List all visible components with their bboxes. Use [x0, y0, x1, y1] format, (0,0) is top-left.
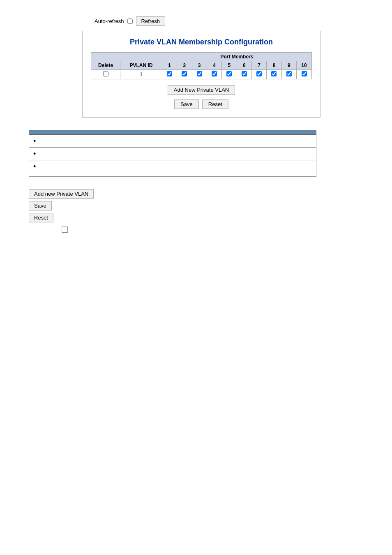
col-port-9: 9 [281, 61, 296, 70]
auto-refresh-checkbox[interactable] [127, 18, 133, 24]
port-cell-0-5 [222, 70, 237, 79]
bottom-add-pvlan-button[interactable]: Add new Private VLAN [29, 189, 94, 199]
col-pvlan-id: PVLAN ID [120, 61, 162, 70]
port-checkbox-0-4[interactable] [212, 71, 217, 76]
refresh-button[interactable]: Refresh [136, 16, 166, 26]
reset-button[interactable]: Reset [202, 99, 228, 109]
bottom-checkbox-row [62, 227, 380, 234]
control-bar: Auto-refresh Refresh [95, 16, 380, 26]
desc-col2-header [103, 130, 316, 135]
col-port-2: 2 [177, 61, 192, 70]
port-cell-0-1 [162, 70, 177, 79]
vlan-table: Port Members Delete PVLAN ID 1 2 3 4 5 6… [91, 52, 312, 79]
desc-table: • • • [29, 130, 316, 177]
config-title: Private VLAN Membership Configuration [91, 38, 312, 46]
port-cell-0-8 [267, 70, 281, 79]
col-port-5: 5 [222, 61, 237, 70]
col-port-4: 4 [207, 61, 221, 70]
port-checkbox-0-10[interactable] [302, 71, 307, 76]
col-delete: Delete [91, 61, 120, 70]
port-checkbox-0-1[interactable] [167, 71, 172, 76]
desc-row2-col1: • [29, 148, 103, 160]
col-port-1: 1 [162, 61, 177, 70]
save-button[interactable]: Save [174, 99, 199, 109]
desc-row-3: • [29, 160, 316, 177]
col-port-10: 10 [297, 61, 312, 70]
port-cell-0-4 [207, 70, 221, 79]
port-checkbox-0-5[interactable] [226, 71, 232, 76]
delete-checkbox-0[interactable] [103, 71, 108, 76]
port-cell-0-7 [251, 70, 266, 79]
desc-row1-col1: • [29, 135, 103, 148]
port-cell-0-3 [192, 70, 207, 79]
desc-row3-col1: • [29, 160, 103, 177]
col-port-6: 6 [237, 61, 251, 70]
col-port-3: 3 [192, 61, 207, 70]
desc-row3-col2 [103, 160, 316, 177]
port-cell-0-9 [281, 70, 296, 79]
pvlan-id-0: 1 [120, 70, 162, 79]
port-checkbox-0-6[interactable] [242, 71, 247, 76]
desc-row-2: • [29, 148, 316, 160]
vlan-row-0: 1 [91, 70, 312, 79]
port-cell-0-2 [177, 70, 192, 79]
desc-col1-header [29, 130, 103, 135]
bottom-checkbox[interactable] [62, 227, 68, 233]
port-members-header: Port Members [162, 53, 311, 61]
desc-section: • • • [29, 130, 316, 177]
port-cell-0-6 [237, 70, 251, 79]
bottom-section: Add new Private VLAN Save Reset [29, 189, 380, 234]
desc-row1-col2 [103, 135, 316, 148]
auto-refresh-label: Auto-refresh [95, 18, 124, 24]
port-checkbox-0-2[interactable] [182, 71, 187, 76]
col-port-7: 7 [251, 61, 266, 70]
config-box: Private VLAN Membership Configuration Po… [82, 31, 321, 118]
desc-row2-col2 [103, 148, 316, 160]
port-checkbox-0-3[interactable] [197, 71, 202, 76]
add-new-row: Add New Private VLAN [91, 85, 312, 95]
config-buttons-row: Save Reset [91, 99, 312, 109]
col-port-8: 8 [267, 61, 281, 70]
bottom-save-button[interactable]: Save [29, 201, 52, 210]
port-checkbox-0-8[interactable] [271, 71, 277, 76]
port-checkbox-0-7[interactable] [256, 71, 262, 76]
desc-row-1: • [29, 135, 316, 148]
add-new-pvlan-button[interactable]: Add New Private VLAN [168, 85, 235, 95]
port-checkbox-0-9[interactable] [286, 71, 292, 76]
bottom-reset-button[interactable]: Reset [29, 213, 53, 222]
delete-cell-0 [91, 70, 120, 79]
port-cell-0-10 [297, 70, 312, 79]
